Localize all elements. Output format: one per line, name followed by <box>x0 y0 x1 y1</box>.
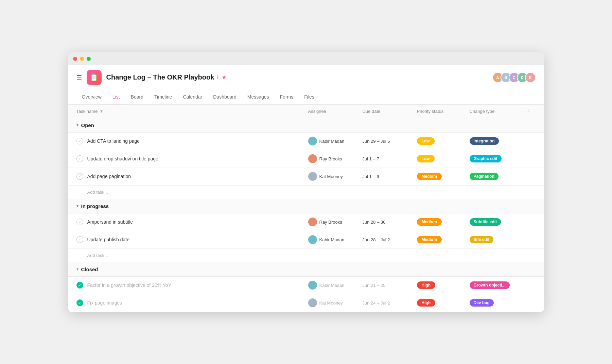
section-open: ▾ Open ✓ Add CTA to landing page Kabir M… <box>68 118 544 199</box>
type-5: Site edit <box>470 236 522 243</box>
priority-badge-7: High <box>417 299 436 307</box>
priority-badge-6: High <box>417 281 436 289</box>
tab-messages[interactable]: Messages <box>242 90 275 104</box>
header-avatars: A B C D E <box>492 72 536 83</box>
table-row: ✓ Fix page images Kat Mooney Jun 24 – Ju… <box>68 294 544 312</box>
task-check-3[interactable]: ✓ <box>76 173 83 180</box>
main-window: ☰ 📋 Change Log – The OKR Playbook ℹ ★ A … <box>68 52 544 312</box>
task-name-3[interactable]: Add page pagination <box>87 174 308 179</box>
type-badge-7: Dev bug <box>470 299 494 307</box>
task-check-4[interactable]: ✓ <box>76 219 83 225</box>
task-check-5[interactable]: ✓ <box>76 236 83 243</box>
assignee-avatar-6 <box>308 281 317 290</box>
section-in-progress: ▾ In progress ✓ Ampersand in subtitle Ra… <box>68 199 544 262</box>
star-icon[interactable]: ★ <box>222 74 227 81</box>
col-priority-status: Priority status <box>417 109 470 114</box>
assignee-avatar-1 <box>308 137 317 145</box>
section-title-open: Open <box>81 122 94 128</box>
table-row: ✓ Ampersand in subtitle Ray Brooks Jun 2… <box>68 213 544 231</box>
type-badge-2: Graphic edit <box>470 155 502 162</box>
check-icon: ✓ <box>78 174 81 179</box>
minimize-button[interactable] <box>80 57 84 61</box>
table-row: ✓ Update drop shadow on title page Ray B… <box>68 150 544 168</box>
due-date-2: Jul 1 – 7 <box>363 156 417 161</box>
add-column-button[interactable]: + <box>522 108 536 115</box>
type-7: Dev bug <box>470 299 522 307</box>
section-title-in-progress: In progress <box>81 203 109 209</box>
add-task-in-progress[interactable]: Add task... <box>68 249 544 262</box>
assignee-cell-5: Kabir Madan <box>308 235 363 244</box>
priority-badge-5: Medium <box>417 236 442 243</box>
tab-calendar[interactable]: Calendar <box>177 90 208 104</box>
app-header: ☰ 📋 Change Log – The OKR Playbook ℹ ★ A … <box>68 65 544 90</box>
hamburger-icon[interactable]: ☰ <box>76 74 82 81</box>
collapse-in-progress-icon[interactable]: ▾ <box>76 204 78 208</box>
section-header-in-progress: ▾ In progress <box>68 199 544 213</box>
type-2: Graphic edit <box>470 155 522 162</box>
check-icon: ✓ <box>78 238 81 242</box>
tab-timeline[interactable]: Timeline <box>149 90 177 104</box>
task-check-1[interactable]: ✓ <box>76 138 83 144</box>
priority-1: Low <box>417 137 470 145</box>
close-button[interactable] <box>73 57 77 61</box>
sort-icon[interactable]: ▾ <box>100 108 103 114</box>
section-closed: ▾ Closed ✓ Factor in a growth objective … <box>68 262 544 312</box>
type-badge-4: Subtitle edit <box>470 218 501 226</box>
assignee-cell-3: Kat Mooney <box>308 172 363 181</box>
due-date-7: Jun 24 – Jul 2 <box>363 300 417 306</box>
tab-forms[interactable]: Forms <box>275 90 299 104</box>
app-title: Change Log – The OKR Playbook <box>106 73 214 81</box>
priority-badge-4: Medium <box>417 218 442 226</box>
table-row: ✓ Update publish date Kabir Madan Jun 28… <box>68 231 544 249</box>
type-1: Integration <box>470 137 522 145</box>
tab-list[interactable]: List <box>107 90 125 104</box>
assignee-avatar-7 <box>308 298 317 307</box>
task-check-6[interactable]: ✓ <box>76 282 83 289</box>
task-check-7[interactable]: ✓ <box>76 299 83 306</box>
maximize-button[interactable] <box>87 57 91 61</box>
type-3: Pagination <box>470 173 522 180</box>
type-badge-5: Site edit <box>470 236 494 243</box>
task-check-2[interactable]: ✓ <box>76 155 83 162</box>
avatar-group: A B C D E <box>492 72 536 83</box>
task-name-6[interactable]: Factor in a growth objective of 20% YoY <box>87 282 308 288</box>
app-logo: 📋 <box>87 70 102 85</box>
section-header-closed: ▾ Closed <box>68 262 544 277</box>
task-name-2[interactable]: Update drop shadow on title page <box>87 156 308 161</box>
table-row: ✓ Factor in a growth objective of 20% Yo… <box>68 277 544 294</box>
logo-icon: 📋 <box>89 73 99 82</box>
assignee-cell-7: Kat Mooney <box>308 298 363 307</box>
info-icon[interactable]: ℹ <box>217 74 219 81</box>
avatar[interactable]: E <box>525 72 536 83</box>
tab-overview[interactable]: Overview <box>76 90 107 104</box>
priority-3: Medium <box>417 173 470 180</box>
task-name-4[interactable]: Ampersand in subtitle <box>87 219 308 225</box>
titlebar <box>68 52 544 65</box>
task-name-1[interactable]: Add CTA to landing page <box>87 138 308 144</box>
add-task-open[interactable]: Add task... <box>68 186 544 199</box>
tab-board[interactable]: Board <box>125 90 149 104</box>
section-header-open: ▾ Open <box>68 118 544 133</box>
task-name-7[interactable]: Fix page images <box>87 300 308 306</box>
assignee-avatar-3 <box>308 172 317 181</box>
collapse-open-icon[interactable]: ▾ <box>76 123 78 127</box>
assignee-cell-4: Ray Brooks <box>308 218 363 226</box>
task-name-5[interactable]: Update publish date <box>87 237 308 242</box>
col-task-name: Task name ▾ <box>76 108 308 114</box>
table-header: Task name ▾ Assignee Due date Priority s… <box>68 105 544 118</box>
tab-files[interactable]: Files <box>299 90 320 104</box>
table-row: ✓ Add page pagination Kat Mooney Jul 1 –… <box>68 168 544 186</box>
assignee-cell-1: Kabir Madan <box>308 137 363 145</box>
due-date-4: Jun 28 – 30 <box>363 220 417 225</box>
priority-badge-2: Low <box>417 155 435 162</box>
check-icon: ✓ <box>78 220 81 224</box>
assignee-avatar-2 <box>308 154 317 163</box>
tab-dashboard[interactable]: Dashboard <box>208 90 242 104</box>
type-badge-1: Integration <box>470 137 499 145</box>
type-6: Growth objecti... <box>470 281 522 289</box>
collapse-closed-icon[interactable]: ▾ <box>76 267 78 272</box>
type-badge-3: Pagination <box>470 173 499 180</box>
due-date-5: Jun 28 – Jul 2 <box>363 237 417 242</box>
priority-badge-3: Medium <box>417 173 442 180</box>
priority-2: Low <box>417 155 470 162</box>
